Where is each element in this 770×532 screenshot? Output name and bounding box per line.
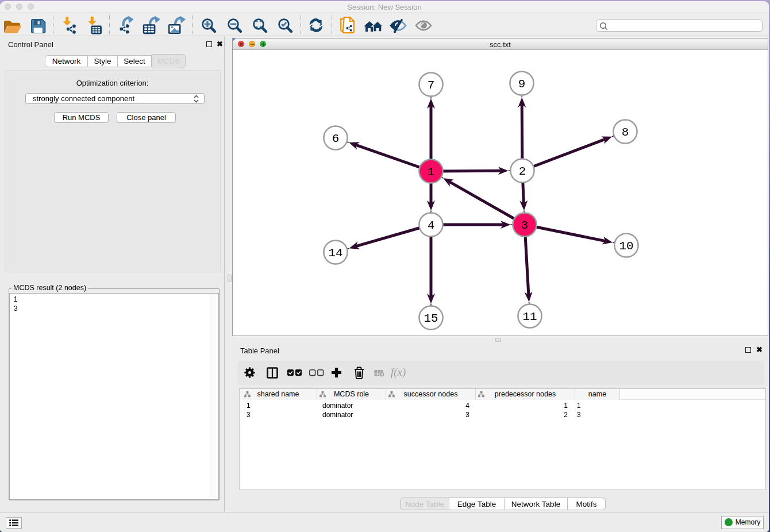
svg-text:15: 15 (424, 312, 438, 325)
svg-text:2: 2 (519, 165, 526, 178)
svg-text:10: 10 (619, 240, 633, 253)
svg-text:9: 9 (518, 78, 526, 91)
svg-text:1: 1 (428, 165, 435, 179)
svg-text:11: 11 (522, 310, 537, 323)
svg-text:3: 3 (521, 219, 529, 232)
svg-text:14: 14 (328, 246, 342, 260)
svg-text:4: 4 (428, 219, 435, 232)
svg-text:f(x): f(x) (391, 366, 406, 379)
svg-text:8: 8 (622, 126, 629, 139)
svg-text:6: 6 (332, 132, 340, 145)
svg-text:7: 7 (428, 79, 435, 92)
